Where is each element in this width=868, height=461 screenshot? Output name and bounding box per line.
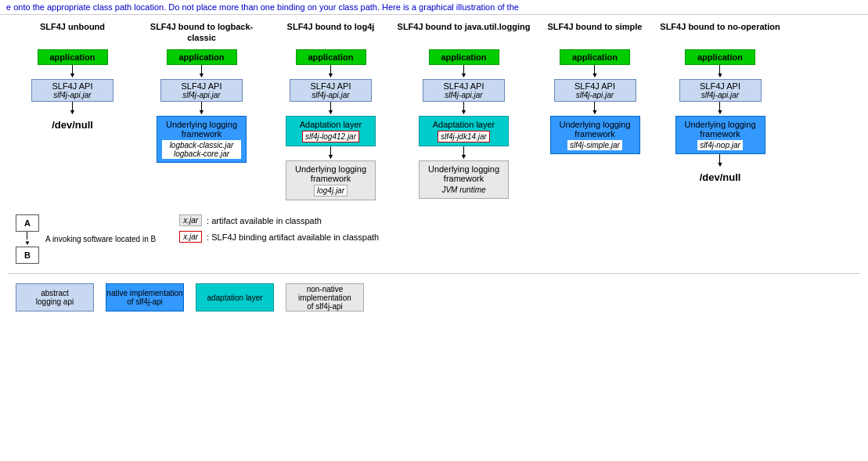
invoke-label: A invoking software located in B bbox=[45, 234, 156, 245]
invoke-box-a: A bbox=[16, 214, 39, 232]
color-legend-nonnative: non-native implementation of slf4j-api bbox=[286, 283, 364, 312]
app-box-log4j: application bbox=[296, 49, 366, 65]
middle-box-log4j: Adaptation layer slf4j-log412.jar bbox=[286, 116, 376, 146]
app-box-simple: application bbox=[560, 49, 630, 65]
color-legend-abstract: abstract logging api bbox=[16, 283, 94, 312]
arrow-1-log4j bbox=[327, 65, 334, 79]
app-box-unbound: application bbox=[38, 49, 108, 65]
arrow-3-jul bbox=[460, 146, 467, 160]
bottom-box-log4j: Underlying logging framework log4j.jar bbox=[286, 160, 376, 200]
legend-text-2: : SLF4J binding artifact available in cl… bbox=[207, 232, 379, 242]
arrow-3-log4j bbox=[327, 146, 334, 160]
api-box-nop: SLF4J API slf4j-api.jar bbox=[679, 79, 762, 102]
legend-area: A ▼ B A invoking software located in B x… bbox=[8, 208, 860, 270]
invoke-diagram: A ▼ B A invoking software located in B bbox=[16, 214, 156, 264]
column-logback: SLF4J bound to logback-classic applicati… bbox=[137, 21, 266, 163]
arrow-2-simple bbox=[592, 102, 599, 116]
column-nop: SLF4J bound to no-operation application … bbox=[657, 21, 783, 186]
api-box-jul: SLF4J API slf4j-api.jar bbox=[423, 79, 505, 102]
color-legend-adaptation: adaptation layer bbox=[196, 283, 274, 312]
app-box-jul: application bbox=[429, 49, 499, 65]
col-title-jul: SLF4J bound to java.util.logging bbox=[398, 21, 531, 45]
color-legend: abstract logging api native implementati… bbox=[8, 277, 860, 318]
app-box-nop: application bbox=[685, 49, 755, 65]
api-box-log4j: SLF4J API slf4j-api.jar bbox=[290, 79, 372, 102]
col-title-simple: SLF4J bound to simple bbox=[547, 21, 642, 45]
color-legend-native: native implementation of slf4j-api bbox=[106, 283, 184, 312]
arrow-1-simple bbox=[592, 65, 599, 79]
arrow-2-jul bbox=[460, 102, 467, 116]
bottom-box-jul: Underlying logging framework JVM runtime bbox=[419, 160, 509, 199]
arrow-2-nop bbox=[717, 102, 724, 116]
legend-row-2: x.jar : SLF4J binding artifact available… bbox=[179, 231, 379, 243]
api-box-unbound: SLF4J API slf4j-api.jar bbox=[31, 79, 113, 102]
col-title-unbound: SLF4J unbound bbox=[40, 21, 105, 45]
middle-box-jul: Adaptation layer slf4j-jdk14.jar bbox=[419, 116, 509, 146]
devnull-nop: /dev/null bbox=[700, 168, 741, 186]
middle-box-nop: Underlying logging framework slf4j-nop.j… bbox=[675, 116, 765, 154]
app-box-logback: application bbox=[167, 49, 237, 65]
api-box-logback: SLF4J API slf4j-api.jar bbox=[160, 79, 243, 102]
arrow-1-jul bbox=[460, 65, 467, 79]
api-box-simple: SLF4J API slf4j-api.jar bbox=[554, 79, 636, 102]
arrow-1-unbound bbox=[69, 65, 76, 79]
column-simple: SLF4J bound to simple application SLF4J … bbox=[532, 21, 657, 154]
arrow-2-log4j bbox=[327, 102, 334, 116]
arrow-2-logback bbox=[198, 102, 205, 116]
arrow-3-nop bbox=[717, 154, 724, 168]
diagram-container: SLF4J unbound application SLF4J API slf4… bbox=[8, 21, 860, 200]
col-title-log4j: SLF4J bound to log4j bbox=[287, 21, 375, 45]
middle-box-logback: Underlying logging framework logback-cla… bbox=[157, 116, 247, 163]
legend-row-1: x.jar : artifact available in classpath bbox=[179, 214, 379, 226]
legend-text-1: : artifact available in classpath bbox=[207, 216, 322, 225]
separator bbox=[8, 273, 860, 274]
column-jul: SLF4J bound to java.util.logging applica… bbox=[395, 21, 532, 199]
col-title-logback: SLF4J bound to logback-classic bbox=[137, 21, 266, 45]
devnull-unbound: /dev/null bbox=[52, 116, 93, 134]
legend-jar-1: x.jar bbox=[179, 214, 202, 226]
column-log4j: SLF4J bound to log4j application SLF4J A… bbox=[266, 21, 395, 200]
top-text: e onto the appropriate class path locati… bbox=[0, 0, 868, 15]
arrow-2-unbound bbox=[69, 102, 76, 116]
col-title-nop: SLF4J bound to no-operation bbox=[660, 21, 780, 45]
invoke-box-b: B bbox=[16, 247, 39, 264]
arrow-1-nop bbox=[717, 65, 724, 79]
artifact-legends: x.jar : artifact available in classpath … bbox=[179, 214, 379, 243]
column-unbound: SLF4J unbound application SLF4J API slf4… bbox=[8, 21, 137, 134]
middle-box-simple: Underlying logging framework slf4j-simpl… bbox=[550, 116, 640, 154]
legend-jar-2: x.jar bbox=[179, 231, 202, 243]
arrow-1-logback bbox=[198, 65, 205, 79]
